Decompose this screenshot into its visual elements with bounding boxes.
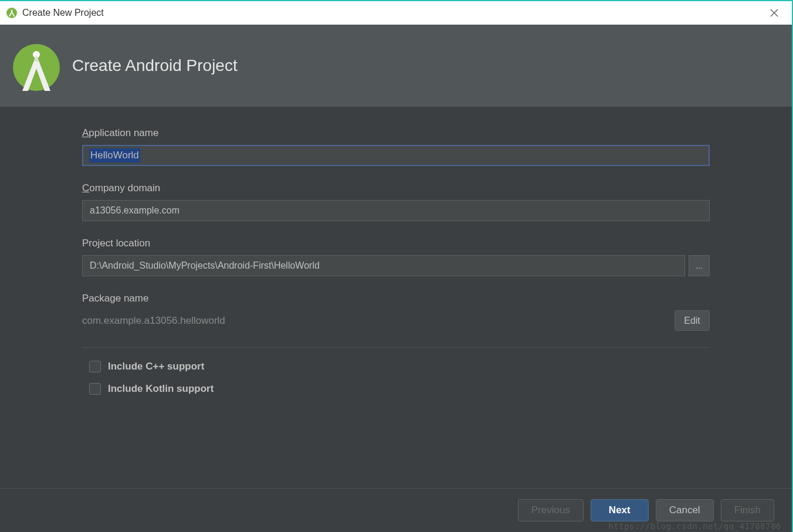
application-name-group: Application name HelloWorld xyxy=(82,127,710,166)
android-studio-large-icon xyxy=(12,38,62,94)
kotlin-support-checkbox[interactable] xyxy=(89,383,101,395)
project-location-input[interactable] xyxy=(82,255,685,276)
close-button[interactable] xyxy=(762,1,786,25)
page-title: Create Android Project xyxy=(72,56,238,75)
titlebar-left: Create New Project xyxy=(6,7,104,19)
company-domain-group: Company domain xyxy=(82,182,710,221)
titlebar: Create New Project xyxy=(0,1,792,25)
window-title: Create New Project xyxy=(22,8,104,18)
wizard-window: Create New Project Create Android Projec… xyxy=(0,0,793,532)
package-name-row: com.example.a13056.helloworld Edit xyxy=(82,310,710,331)
cpp-support-row: Include C++ support xyxy=(82,361,710,372)
android-studio-icon xyxy=(6,7,18,19)
project-location-label: Project location xyxy=(82,238,710,249)
cancel-button[interactable]: Cancel xyxy=(656,499,714,521)
cpp-support-checkbox[interactable] xyxy=(89,361,101,372)
kotlin-support-row: Include Kotlin support xyxy=(82,383,710,395)
edit-package-button[interactable]: Edit xyxy=(675,310,710,331)
cpp-support-label: Include C++ support xyxy=(108,361,204,372)
divider xyxy=(82,347,710,348)
finish-button[interactable]: Finish xyxy=(721,499,774,521)
kotlin-support-label: Include Kotlin support xyxy=(108,383,214,395)
browse-button[interactable]: ... xyxy=(689,255,710,276)
package-name-label: Package name xyxy=(82,293,710,304)
application-name-input[interactable]: HelloWorld xyxy=(82,145,710,166)
company-domain-label: Company domain xyxy=(82,182,710,194)
application-name-label: Application name xyxy=(82,127,710,139)
next-button[interactable]: Next xyxy=(591,499,649,521)
company-domain-input[interactable] xyxy=(82,200,710,221)
package-name-value: com.example.a13056.helloworld xyxy=(82,315,225,327)
project-location-row: ... xyxy=(82,255,710,276)
wizard-header: Create Android Project xyxy=(0,25,792,107)
previous-button[interactable]: Previous xyxy=(518,499,584,521)
wizard-footer: Previous Next Cancel Finish https://blog… xyxy=(0,488,792,532)
project-location-group: Project location ... xyxy=(82,238,710,276)
wizard-content: Application name HelloWorld Company doma… xyxy=(0,107,792,488)
watermark-text: https://blog.csdn.net/qq_41788786 xyxy=(608,521,781,531)
package-name-group: Package name com.example.a13056.hellowor… xyxy=(82,293,710,331)
